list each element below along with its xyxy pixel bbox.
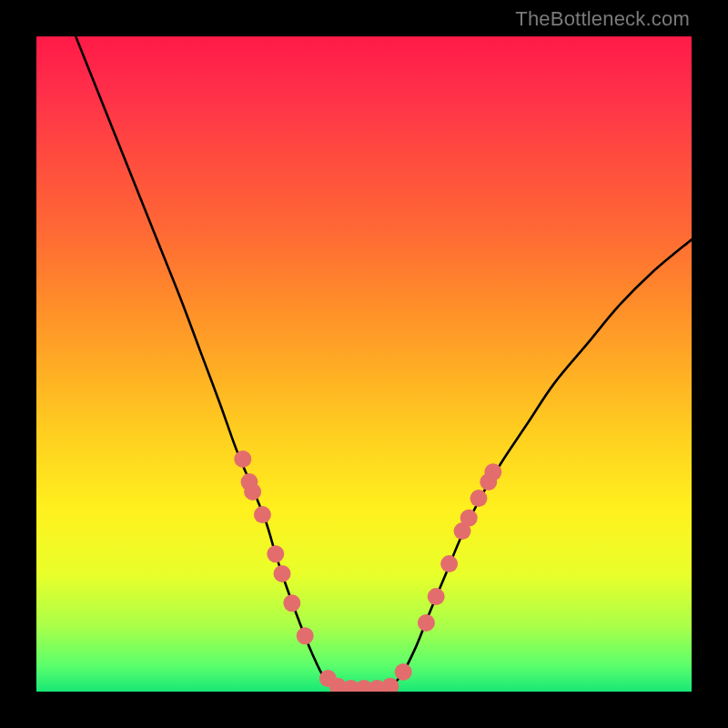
data-marker [283, 594, 300, 612]
data-marker [254, 506, 271, 523]
data-marker [484, 463, 501, 480]
data-marker [244, 483, 261, 500]
data-marker [460, 510, 478, 527]
data-marker [234, 450, 251, 468]
attribution-label: TheBottleneck.com [515, 7, 690, 31]
data-marker [428, 588, 445, 605]
data-marker [470, 490, 488, 507]
data-marker [418, 614, 435, 632]
data-marker [274, 565, 291, 582]
data-marker [267, 545, 284, 562]
data-marker [440, 555, 458, 572]
plot-area [36, 36, 692, 692]
chart-frame: TheBottleneck.com [0, 0, 728, 728]
bottleneck-curve [76, 36, 692, 690]
data-marker [395, 663, 412, 681]
data-marker [297, 627, 314, 644]
chart-svg [36, 36, 692, 692]
